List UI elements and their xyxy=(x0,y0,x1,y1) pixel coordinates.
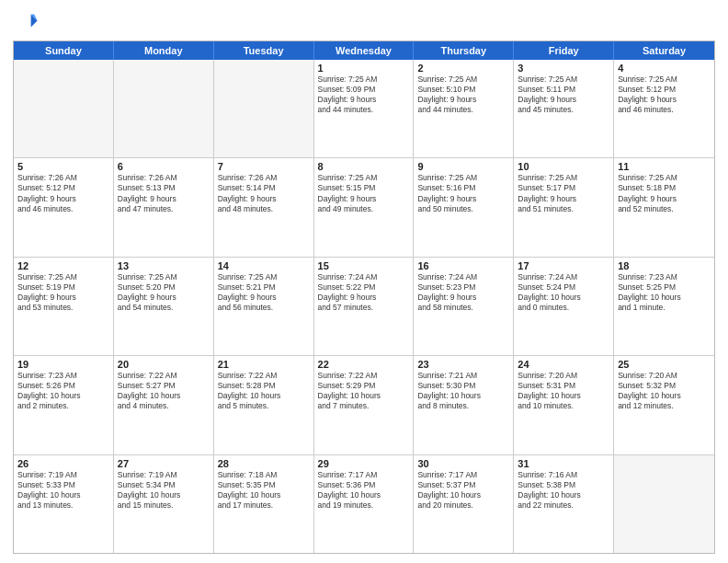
day-info: Sunrise: 7:25 AMSunset: 5:17 PMDaylight:… xyxy=(518,173,609,213)
day-info: Sunrise: 7:24 AMSunset: 5:22 PMDaylight:… xyxy=(318,272,410,313)
calendar-cell: 2Sunrise: 7:25 AMSunset: 5:10 PMDaylight… xyxy=(414,60,514,157)
day-info: Sunrise: 7:25 AMSunset: 5:09 PMDaylight:… xyxy=(318,75,410,115)
day-number: 19 xyxy=(17,359,109,370)
day-number: 1 xyxy=(318,63,410,74)
day-number: 8 xyxy=(318,161,410,172)
day-info: Sunrise: 7:26 AMSunset: 5:14 PMDaylight:… xyxy=(218,173,310,213)
day-number: 17 xyxy=(518,260,609,271)
calendar-cell: 21Sunrise: 7:22 AMSunset: 5:28 PMDayligh… xyxy=(214,356,314,454)
day-number: 25 xyxy=(618,359,711,370)
day-number: 14 xyxy=(218,260,310,271)
day-number: 2 xyxy=(417,63,509,74)
day-info: Sunrise: 7:18 AMSunset: 5:35 PMDaylight:… xyxy=(218,470,310,511)
calendar-cell: 23Sunrise: 7:21 AMSunset: 5:30 PMDayligh… xyxy=(414,356,514,454)
day-number: 7 xyxy=(218,161,310,172)
calendar-cell: 13Sunrise: 7:25 AMSunset: 5:20 PMDayligh… xyxy=(114,258,214,355)
day-info: Sunrise: 7:25 AMSunset: 5:11 PMDaylight:… xyxy=(518,75,609,115)
calendar-row-2: 5Sunrise: 7:26 AMSunset: 5:12 PMDaylight… xyxy=(14,158,714,257)
day-number: 31 xyxy=(518,458,609,469)
calendar-cell xyxy=(14,60,114,157)
calendar-cell: 6Sunrise: 7:26 AMSunset: 5:13 PMDaylight… xyxy=(114,158,214,256)
calendar-cell: 18Sunrise: 7:23 AMSunset: 5:25 PMDayligh… xyxy=(614,258,714,355)
calendar-cell: 25Sunrise: 7:20 AMSunset: 5:32 PMDayligh… xyxy=(614,356,714,454)
calendar-cell: 22Sunrise: 7:22 AMSunset: 5:29 PMDayligh… xyxy=(314,356,415,454)
calendar-cell: 11Sunrise: 7:25 AMSunset: 5:18 PMDayligh… xyxy=(614,158,714,256)
day-number: 29 xyxy=(318,458,410,469)
calendar-cell: 27Sunrise: 7:19 AMSunset: 5:34 PMDayligh… xyxy=(114,455,214,553)
day-info: Sunrise: 7:22 AMSunset: 5:29 PMDaylight:… xyxy=(318,371,410,411)
calendar-cell: 1Sunrise: 7:25 AMSunset: 5:09 PMDaylight… xyxy=(314,60,415,157)
day-info: Sunrise: 7:20 AMSunset: 5:32 PMDaylight:… xyxy=(618,371,711,411)
calendar-header: SundayMondayTuesdayWednesdayThursdayFrid… xyxy=(14,41,714,60)
calendar-row-1: 1Sunrise: 7:25 AMSunset: 5:09 PMDaylight… xyxy=(14,60,714,158)
day-number: 26 xyxy=(17,458,109,469)
day-number: 9 xyxy=(417,161,509,172)
day-info: Sunrise: 7:23 AMSunset: 5:26 PMDaylight:… xyxy=(17,371,109,411)
calendar-cell xyxy=(214,60,314,157)
day-number: 21 xyxy=(218,359,310,370)
calendar-cell: 14Sunrise: 7:25 AMSunset: 5:21 PMDayligh… xyxy=(214,258,314,355)
day-number: 5 xyxy=(17,161,109,172)
day-info: Sunrise: 7:25 AMSunset: 5:20 PMDaylight:… xyxy=(118,272,210,313)
header-day-saturday: Saturday xyxy=(614,41,714,60)
header-day-wednesday: Wednesday xyxy=(314,41,415,60)
calendar-cell: 8Sunrise: 7:25 AMSunset: 5:15 PMDaylight… xyxy=(314,158,415,256)
calendar-cell: 28Sunrise: 7:18 AMSunset: 5:35 PMDayligh… xyxy=(214,455,314,553)
header-day-thursday: Thursday xyxy=(414,41,514,60)
day-info: Sunrise: 7:25 AMSunset: 5:12 PMDaylight:… xyxy=(618,75,711,115)
calendar-row-4: 19Sunrise: 7:23 AMSunset: 5:26 PMDayligh… xyxy=(14,356,714,454)
day-info: Sunrise: 7:26 AMSunset: 5:12 PMDaylight:… xyxy=(17,173,109,213)
header-day-sunday: Sunday xyxy=(14,41,114,60)
calendar-cell: 26Sunrise: 7:19 AMSunset: 5:33 PMDayligh… xyxy=(14,455,114,553)
day-number: 4 xyxy=(618,63,711,74)
day-info: Sunrise: 7:24 AMSunset: 5:23 PMDaylight:… xyxy=(417,272,509,313)
day-info: Sunrise: 7:25 AMSunset: 5:21 PMDaylight:… xyxy=(218,272,310,313)
day-info: Sunrise: 7:20 AMSunset: 5:31 PMDaylight:… xyxy=(518,371,609,411)
day-info: Sunrise: 7:25 AMSunset: 5:19 PMDaylight:… xyxy=(17,272,109,313)
calendar-cell: 12Sunrise: 7:25 AMSunset: 5:19 PMDayligh… xyxy=(14,258,114,355)
day-number: 6 xyxy=(118,161,210,172)
calendar-cell: 20Sunrise: 7:22 AMSunset: 5:27 PMDayligh… xyxy=(114,356,214,454)
day-info: Sunrise: 7:16 AMSunset: 5:38 PMDaylight:… xyxy=(518,470,609,511)
day-info: Sunrise: 7:17 AMSunset: 5:36 PMDaylight:… xyxy=(318,470,410,511)
day-number: 27 xyxy=(118,458,210,469)
day-number: 30 xyxy=(417,458,509,469)
calendar-cell: 29Sunrise: 7:17 AMSunset: 5:36 PMDayligh… xyxy=(314,455,415,553)
day-info: Sunrise: 7:25 AMSunset: 5:10 PMDaylight:… xyxy=(417,75,509,115)
calendar-cell: 10Sunrise: 7:25 AMSunset: 5:17 PMDayligh… xyxy=(514,158,614,256)
day-number: 3 xyxy=(518,63,609,74)
day-info: Sunrise: 7:17 AMSunset: 5:37 PMDaylight:… xyxy=(417,470,509,511)
day-number: 11 xyxy=(618,161,711,172)
day-number: 16 xyxy=(417,260,509,271)
day-number: 13 xyxy=(118,260,210,271)
calendar-cell xyxy=(614,455,714,553)
day-info: Sunrise: 7:19 AMSunset: 5:34 PMDaylight:… xyxy=(118,470,210,511)
day-number: 15 xyxy=(318,260,410,271)
calendar-cell: 19Sunrise: 7:23 AMSunset: 5:26 PMDayligh… xyxy=(14,356,114,454)
day-info: Sunrise: 7:25 AMSunset: 5:18 PMDaylight:… xyxy=(618,173,711,213)
calendar-cell: 7Sunrise: 7:26 AMSunset: 5:14 PMDaylight… xyxy=(214,158,314,256)
page: SundayMondayTuesdayWednesdayThursdayFrid… xyxy=(0,0,728,563)
day-info: Sunrise: 7:25 AMSunset: 5:16 PMDaylight:… xyxy=(417,173,509,213)
day-info: Sunrise: 7:22 AMSunset: 5:27 PMDaylight:… xyxy=(118,371,210,411)
calendar-cell: 4Sunrise: 7:25 AMSunset: 5:12 PMDaylight… xyxy=(614,60,714,157)
logo xyxy=(13,9,42,35)
calendar-row-5: 26Sunrise: 7:19 AMSunset: 5:33 PMDayligh… xyxy=(14,455,714,553)
logo-icon xyxy=(13,9,39,35)
day-info: Sunrise: 7:26 AMSunset: 5:13 PMDaylight:… xyxy=(118,173,210,213)
day-number: 20 xyxy=(118,359,210,370)
day-number: 10 xyxy=(518,161,609,172)
day-info: Sunrise: 7:23 AMSunset: 5:25 PMDaylight:… xyxy=(618,272,711,313)
calendar-cell: 30Sunrise: 7:17 AMSunset: 5:37 PMDayligh… xyxy=(414,455,514,553)
day-info: Sunrise: 7:24 AMSunset: 5:24 PMDaylight:… xyxy=(518,272,609,313)
day-info: Sunrise: 7:25 AMSunset: 5:15 PMDaylight:… xyxy=(318,173,410,213)
calendar-cell: 17Sunrise: 7:24 AMSunset: 5:24 PMDayligh… xyxy=(514,258,614,355)
calendar-cell: 16Sunrise: 7:24 AMSunset: 5:23 PMDayligh… xyxy=(414,258,514,355)
calendar-cell: 15Sunrise: 7:24 AMSunset: 5:22 PMDayligh… xyxy=(314,258,415,355)
calendar: SundayMondayTuesdayWednesdayThursdayFrid… xyxy=(13,40,715,554)
calendar-cell xyxy=(114,60,214,157)
calendar-cell: 31Sunrise: 7:16 AMSunset: 5:38 PMDayligh… xyxy=(514,455,614,553)
day-info: Sunrise: 7:21 AMSunset: 5:30 PMDaylight:… xyxy=(417,371,509,411)
day-info: Sunrise: 7:22 AMSunset: 5:28 PMDaylight:… xyxy=(218,371,310,411)
day-info: Sunrise: 7:19 AMSunset: 5:33 PMDaylight:… xyxy=(17,470,109,511)
